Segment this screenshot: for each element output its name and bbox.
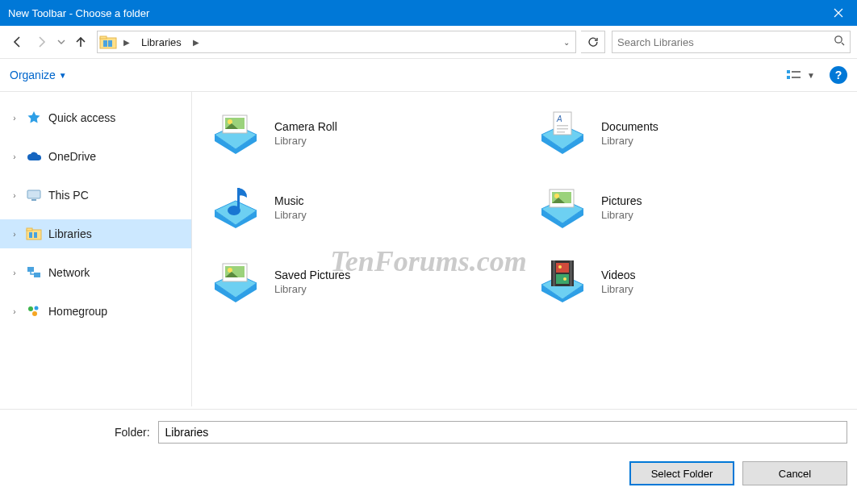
library-subtitle: Library <box>274 209 307 221</box>
change-view-button[interactable]: ▼ <box>786 69 815 81</box>
forward-button[interactable] <box>31 31 53 53</box>
svg-rect-26 <box>557 128 568 130</box>
folder-input[interactable] <box>158 421 847 444</box>
svg-point-42 <box>563 277 566 281</box>
library-camera-roll[interactable]: Camera Roll Library <box>211 108 514 158</box>
search-icon[interactable] <box>834 35 845 49</box>
svg-point-29 <box>228 206 240 215</box>
library-subtitle: Library <box>601 209 642 221</box>
address-dropdown[interactable]: ⌄ <box>558 38 575 47</box>
tree-item-onedrive[interactable]: › OneDrive <box>0 142 191 171</box>
library-name: Pictures <box>601 194 642 207</box>
svg-rect-16 <box>34 273 40 277</box>
select-folder-button[interactable]: Select Folder <box>629 461 734 485</box>
chevron-right-icon: › <box>10 114 19 123</box>
libraries-folder-icon <box>98 31 119 52</box>
chevron-right-icon: › <box>10 191 19 200</box>
chevron-right-icon: › <box>10 307 19 316</box>
saved-pictures-icon <box>211 259 260 304</box>
library-subtitle: Library <box>274 283 350 295</box>
svg-rect-6 <box>787 76 790 79</box>
svg-point-17 <box>28 306 33 311</box>
chevron-down-icon: ▼ <box>807 71 815 80</box>
navigation-tree: › Quick access › OneDrive › This PC › <box>0 92 192 406</box>
homegroup-icon <box>26 303 42 319</box>
svg-text:A: A <box>556 115 562 123</box>
videos-icon <box>538 259 587 304</box>
view-icon <box>786 69 802 81</box>
tree-item-libraries[interactable]: › Libraries <box>0 219 191 248</box>
breadcrumb-root-caret[interactable]: ▶ <box>119 38 135 47</box>
breadcrumb-caret[interactable]: ▶ <box>188 38 204 47</box>
navigation-bar: ▶ Libraries ▶ ⌄ <box>0 26 857 58</box>
network-icon <box>26 264 42 281</box>
tree-label: Network <box>48 266 90 279</box>
body: › Quick access › OneDrive › This PC › <box>0 92 857 406</box>
content-pane: Camera Roll Library A Documents Library <box>192 92 857 406</box>
svg-point-41 <box>558 265 562 269</box>
svg-rect-9 <box>27 190 40 198</box>
svg-rect-13 <box>29 232 32 238</box>
refresh-button[interactable] <box>581 31 605 53</box>
library-videos[interactable]: Videos Library <box>538 256 841 306</box>
svg-rect-8 <box>792 77 801 78</box>
svg-point-19 <box>32 311 37 316</box>
camera-roll-icon <box>211 110 260 156</box>
help-button[interactable]: ? <box>830 66 847 84</box>
cancel-button[interactable]: Cancel <box>742 461 847 485</box>
svg-rect-10 <box>31 199 36 201</box>
svg-rect-25 <box>557 125 568 127</box>
library-subtitle: Library <box>601 135 658 147</box>
chevron-right-icon: › <box>10 230 19 239</box>
library-pictures[interactable]: Pictures Library <box>538 182 841 232</box>
music-icon <box>211 185 260 230</box>
library-name: Camera Roll <box>274 120 337 133</box>
breadcrumb-libraries[interactable]: Libraries <box>135 31 188 52</box>
library-documents[interactable]: A Documents Library <box>538 108 841 158</box>
svg-rect-37 <box>553 260 555 286</box>
tree-label: Quick access <box>48 111 115 124</box>
library-name: Documents <box>601 120 658 133</box>
tree-label: OneDrive <box>48 150 96 163</box>
svg-rect-5 <box>787 70 790 73</box>
svg-rect-40 <box>556 274 569 284</box>
library-saved-pictures[interactable]: Saved Pictures Library <box>211 256 514 306</box>
tree-item-this-pc[interactable]: › This PC <box>0 181 191 210</box>
library-name: Music <box>274 194 307 207</box>
back-button[interactable] <box>6 31 29 53</box>
tree-item-quick-access[interactable]: › Quick access <box>0 103 191 132</box>
tree-label: Libraries <box>48 227 92 240</box>
up-button[interactable] <box>69 31 92 53</box>
svg-rect-39 <box>556 263 569 273</box>
library-music[interactable]: Music Library <box>211 182 514 232</box>
organize-menu[interactable]: Organize ▼ <box>10 69 67 81</box>
pictures-icon <box>538 185 587 230</box>
libraries-icon <box>26 226 42 242</box>
tree-label: This PC <box>48 189 89 202</box>
tree-item-network[interactable]: › Network <box>0 258 191 287</box>
svg-rect-2 <box>103 40 107 47</box>
svg-rect-7 <box>792 71 801 73</box>
svg-rect-1 <box>100 36 107 39</box>
titlebar: New Toolbar - Choose a folder <box>0 0 857 26</box>
svg-rect-3 <box>108 40 112 47</box>
search-input[interactable] <box>617 36 834 48</box>
tree-item-homegroup[interactable]: › Homegroup <box>0 297 191 326</box>
svg-rect-27 <box>557 131 565 133</box>
tree-label: Homegroup <box>48 305 107 318</box>
documents-icon: A <box>538 110 587 156</box>
svg-point-4 <box>835 36 842 43</box>
library-name: Videos <box>601 269 636 281</box>
folder-label: Folder: <box>115 426 150 439</box>
search-box[interactable] <box>612 31 851 53</box>
cloud-icon <box>26 148 42 165</box>
address-bar[interactable]: ▶ Libraries ▶ ⌄ <box>97 31 576 53</box>
star-icon <box>26 110 42 126</box>
recent-locations-button[interactable] <box>55 31 68 53</box>
svg-rect-12 <box>27 228 32 231</box>
library-subtitle: Library <box>274 135 337 147</box>
chevron-down-icon: ▼ <box>59 71 67 80</box>
close-button[interactable] <box>820 0 857 26</box>
organize-label: Organize <box>10 69 56 81</box>
svg-rect-14 <box>34 232 37 238</box>
